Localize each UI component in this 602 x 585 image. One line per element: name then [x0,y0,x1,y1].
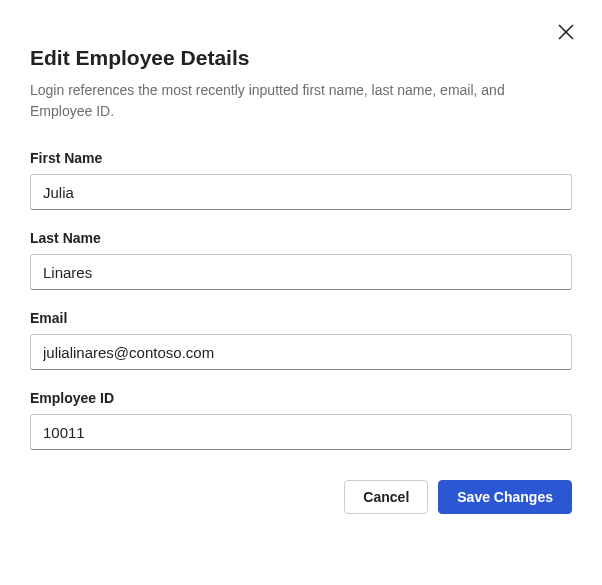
first-name-label: First Name [30,150,572,166]
dialog-button-row: Cancel Save Changes [30,480,572,514]
employee-id-label: Employee ID [30,390,572,406]
close-button[interactable] [552,18,580,46]
employee-id-field: Employee ID [30,390,572,450]
email-label: Email [30,310,572,326]
edit-employee-dialog: Edit Employee Details Login references t… [0,0,602,544]
email-input[interactable] [30,334,572,370]
first-name-field: First Name [30,150,572,210]
close-icon [557,23,575,41]
last-name-input[interactable] [30,254,572,290]
last-name-field: Last Name [30,230,572,290]
last-name-label: Last Name [30,230,572,246]
employee-id-input[interactable] [30,414,572,450]
dialog-subtitle: Login references the most recently input… [30,80,530,122]
email-field: Email [30,310,572,370]
first-name-input[interactable] [30,174,572,210]
dialog-title: Edit Employee Details [30,46,572,70]
save-changes-button[interactable]: Save Changes [438,480,572,514]
cancel-button[interactable]: Cancel [344,480,428,514]
